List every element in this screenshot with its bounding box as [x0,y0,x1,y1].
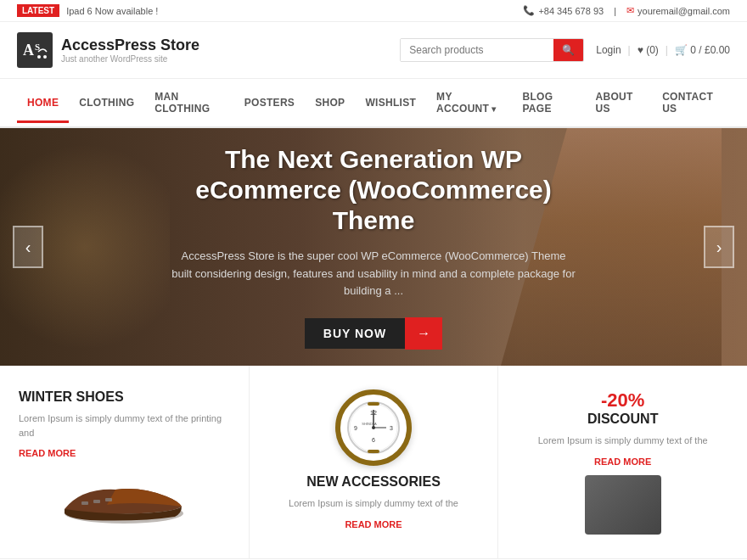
email-info: ✉ youremail@gmail.com [626,5,730,16]
search-input[interactable] [401,39,553,61]
hero-slider: The Next Generation WP eCommerce (WooCom… [0,128,747,366]
nav-wishlist[interactable]: WISHLIST [355,85,426,120]
phone-icon: 📞 [523,5,535,16]
shoes-image [19,467,230,535]
latest-badge: LATEST [17,4,59,17]
hero-description: AccessPress Store is the super cool WP e… [170,248,577,300]
search-bar[interactable]: 🔍 [400,38,584,62]
logo-sub: Just another WordPress site [61,54,199,64]
nav-about-us[interactable]: ABOUT US [585,79,652,126]
hero-prev-button[interactable]: ‹ [13,226,43,268]
email-divider: | [614,6,616,16]
announcement-text: Ipad 6 Now available ! [66,6,158,16]
discount-desc: Lorem Ipsum is simply dummy text of the [538,434,708,448]
accessories-read-more[interactable]: READ MORE [345,519,402,529]
feature-cards: WINTER SHOES Lorem Ipsum is simply dummy… [0,366,747,559]
nav-home[interactable]: HOME [17,85,69,123]
hero-btn-label[interactable]: BUY NOW [305,318,405,349]
nav-my-account[interactable]: MY ACCOUNT [426,79,512,126]
svg-point-2 [37,55,41,59]
svg-text:A: A [23,42,34,59]
logo-icon: A S [17,32,53,68]
jacket-image [585,475,661,535]
logo-text: AccessPress Store Just another WordPress… [61,36,199,64]
nav-posters[interactable]: POSTERS [234,85,305,120]
nav-contact-us[interactable]: CONTACT US [652,79,730,126]
svg-rect-18 [368,402,379,406]
top-bar: LATEST Ipad 6 Now available ! 📞 +84 345 … [0,0,747,22]
hero-btn-arrow-icon[interactable]: → [405,317,442,350]
main-nav: HOME CLOTHING MAN CLOTHING POSTERS SHOP … [0,79,747,128]
discount-read-more[interactable]: READ MORE [594,456,651,467]
email-icon: ✉ [626,5,634,16]
nav-clothing[interactable]: CLOTHING [69,85,144,120]
watch-image: 12 6 9 3 SHINOLA [335,389,412,466]
search-button[interactable]: 🔍 [553,39,583,61]
wishlist-link[interactable]: ♥ (0) [637,44,659,56]
svg-text:6: 6 [372,437,375,443]
feature-card-discount: -20% DISCOUNT Lorem Ipsum is simply dumm… [498,366,747,558]
svg-text:SHINOLA: SHINOLA [362,422,377,426]
phone-number: +84 345 678 93 [538,6,604,16]
header: A S AccessPress Store Just another WordP… [0,22,747,79]
top-bar-left: LATEST Ipad 6 Now available ! [17,4,158,17]
header-right: 🔍 Login | ♥ (0) | 🛒 0 / £0.00 [400,38,730,62]
svg-point-3 [43,55,47,59]
shoes-desc: Lorem Ipsum is simply dummy text of the … [19,412,230,440]
divider1: | [628,44,631,56]
discount-percent: -20% [601,389,644,412]
accessories-desc: Lorem Ipsum is simply dummy text of the [289,496,458,511]
logo-name: AccessPress Store [61,36,199,54]
nav-blog-page[interactable]: BLOG PAGE [512,79,585,126]
nav-man-clothing[interactable]: MAN CLOTHING [144,79,233,126]
hero-buy-button[interactable]: BUY NOW → [305,317,442,350]
cart-link[interactable]: 🛒 0 / £0.00 [675,44,730,56]
svg-text:9: 9 [354,425,357,431]
svg-text:3: 3 [390,425,393,431]
login-link[interactable]: Login [596,44,621,56]
svg-rect-6 [93,500,100,503]
hero-content: The Next Generation WP eCommerce (WooCom… [136,144,611,350]
hero-next-button[interactable]: › [704,226,734,268]
svg-rect-7 [105,498,112,501]
svg-point-17 [372,426,375,429]
shoes-title: WINTER SHOES [19,389,124,405]
divider2: | [666,44,668,56]
phone-info: 📞 +84 345 678 93 [523,5,604,16]
hero-title: The Next Generation WP eCommerce (WooCom… [153,144,594,236]
email-address: youremail@gmail.com [637,6,730,16]
nav-shop[interactable]: SHOP [305,85,355,120]
accessories-title: NEW ACCESSORIES [306,474,441,490]
header-actions: Login | ♥ (0) | 🛒 0 / £0.00 [596,44,730,56]
svg-rect-19 [368,450,379,453]
feature-card-shoes: WINTER SHOES Lorem Ipsum is simply dummy… [0,366,250,558]
feature-card-accessories: 12 6 9 3 SHINOLA NEW ACCESSORIES Lorem I… [250,366,499,558]
discount-title: DISCOUNT [587,412,659,427]
logo[interactable]: A S AccessPress Store Just another WordP… [17,32,199,68]
shoes-read-more[interactable]: READ MORE [19,448,76,458]
top-bar-right: 📞 +84 345 678 93 | ✉ youremail@gmail.com [523,5,730,16]
svg-rect-5 [81,501,88,505]
